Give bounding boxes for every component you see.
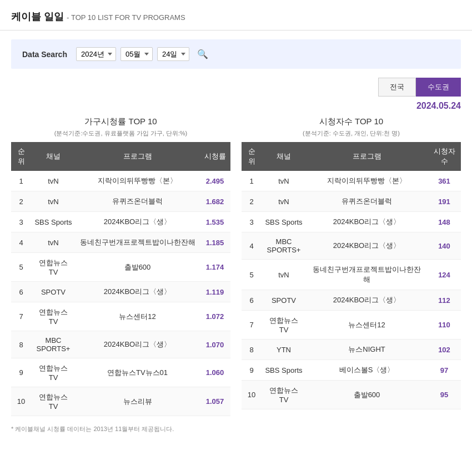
channel-cell: MBC SPORTS+ <box>31 331 76 358</box>
household-table: 순위 채널 프로그램 시청률 1 tvN 지락이의뒤뚜빵빵〈본〉 2.495 2… <box>11 142 230 416</box>
channel-cell: SPOTV <box>31 282 76 302</box>
channel-cell: SBS Sports <box>262 360 306 381</box>
program-cell: 2024KBO리그〈생〉 <box>306 232 428 260</box>
program-cell: 출발600 <box>306 381 428 409</box>
program-cell: 유퀴즈온더블럭 <box>306 191 428 212</box>
rank-cell: 6 <box>11 282 31 302</box>
channel-cell: SPOTV <box>262 290 306 311</box>
viewers-col-program: 프로그램 <box>306 142 428 171</box>
value-cell: 95 <box>428 381 461 409</box>
channel-cell: YTN <box>262 340 306 360</box>
value-cell: 191 <box>428 191 461 212</box>
household-table-subtitle: (분석기준:수도권, 유료플랫폼 가입 가구, 단위:%) <box>11 129 230 138</box>
table-row: 8 MBC SPORTS+ 2024KBO리그〈생〉 1.070 <box>11 331 230 358</box>
rank-cell: 3 <box>11 212 31 232</box>
table-row: 4 MBC SPORTS+ 2024KBO리그〈생〉 140 <box>242 232 461 260</box>
program-cell: 뉴스센터12 <box>76 302 199 331</box>
rank-cell: 4 <box>11 232 31 253</box>
rank-cell: 5 <box>11 253 31 282</box>
channel-cell: 연합뉴스TV <box>31 358 76 387</box>
month-select[interactable]: 05월 <box>120 47 153 61</box>
rank-cell: 7 <box>242 311 262 340</box>
value-cell: 124 <box>428 260 461 290</box>
program-cell: 뉴스NIGHT <box>306 340 428 360</box>
program-cell: 동네친구번개프로젝트밥이나한잔해 <box>76 232 199 253</box>
program-cell: 동네친구번개프로젝트밥이나한잔해 <box>306 260 428 290</box>
year-select[interactable]: 2024년 <box>76 47 116 61</box>
search-bar: Data Search 2024년 05월 24일 🔍 <box>11 39 461 69</box>
rank-cell: 6 <box>242 290 262 311</box>
program-cell: 출발600 <box>76 253 199 282</box>
rank-cell: 9 <box>242 360 262 381</box>
program-cell: 2024KBO리그〈생〉 <box>306 212 428 232</box>
value-cell: 1.682 <box>199 191 230 212</box>
channel-cell: tvN <box>31 171 76 191</box>
rank-cell: 5 <box>242 260 262 290</box>
table-row: 10 연합뉴스TV 출발600 95 <box>242 381 461 409</box>
search-input[interactable] <box>216 48 450 60</box>
channel-cell: tvN <box>31 191 76 212</box>
page-title: 케이블 일일 - TOP 10 LIST FOR TV PROGRAMS <box>11 10 461 23</box>
household-table-section: 가구시청률 TOP 10 (분석기준:수도권, 유료플랫폼 가입 가구, 단위:… <box>6 117 236 416</box>
table-row: 2 tvN 유퀴즈온더블럭 191 <box>242 191 461 212</box>
rank-cell: 3 <box>242 212 262 232</box>
program-cell: 베이스볼S〈생〉 <box>306 360 428 381</box>
table-row: 7 연합뉴스TV 뉴스센터12 1.072 <box>11 302 230 331</box>
viewers-table-section: 시청자수 TOP 10 (분석기준: 수도권, 개인, 단위:천 명) 순위 채… <box>236 117 466 416</box>
table-row: 5 연합뉴스TV 출발600 1.174 <box>11 253 230 282</box>
value-cell: 148 <box>428 212 461 232</box>
footer-note: * 케이블채널 시청률 데이터는 2013년 11월부터 제공됩니다. <box>0 416 472 439</box>
day-select[interactable]: 24일 <box>157 47 189 61</box>
rank-cell: 1 <box>11 171 31 191</box>
channel-cell: 연합뉴스TV <box>31 253 76 282</box>
search-button[interactable]: 🔍 <box>194 48 212 60</box>
viewers-table: 순위 채널 프로그램 시청자수 1 tvN 지락이의뒤뚜빵빵〈본〉 361 2 … <box>242 142 461 409</box>
channel-cell: 연합뉴스TV <box>31 302 76 331</box>
title-main: 케이블 일일 <box>11 11 64 22</box>
table-row: 9 SBS Sports 베이스볼S〈생〉 97 <box>242 360 461 381</box>
rank-cell: 10 <box>242 381 262 409</box>
channel-cell: SBS Sports <box>31 212 76 232</box>
viewers-col-channel: 채널 <box>262 142 306 171</box>
program-cell: 2024KBO리그〈생〉 <box>76 331 199 358</box>
value-cell: 1.185 <box>199 232 230 253</box>
viewers-table-subtitle: (분석기준: 수도권, 개인, 단위:천 명) <box>242 129 461 138</box>
value-cell: 112 <box>428 290 461 311</box>
program-cell: 뉴스리뷰 <box>76 387 199 416</box>
program-cell: 지락이의뒤뚜빵빵〈본〉 <box>306 171 428 191</box>
household-table-title: 가구시청률 TOP 10 <box>11 117 230 127</box>
program-cell: 2024KBO리그〈생〉 <box>306 290 428 311</box>
table-row: 4 tvN 동네친구번개프로젝트밥이나한잔해 1.185 <box>11 232 230 253</box>
value-cell: 1.057 <box>199 387 230 416</box>
page-header: 케이블 일일 - TOP 10 LIST FOR TV PROGRAMS <box>0 0 472 31</box>
channel-cell: MBC SPORTS+ <box>262 232 306 260</box>
region-all-button[interactable]: 전국 <box>378 78 416 97</box>
channel-cell: tvN <box>262 191 306 212</box>
rank-cell: 9 <box>11 358 31 387</box>
program-cell: 연합뉴스TV뉴스01 <box>76 358 199 387</box>
program-cell: 지락이의뒤뚜빵빵〈본〉 <box>76 171 199 191</box>
rank-cell: 2 <box>11 191 31 212</box>
viewers-table-header-row: 순위 채널 프로그램 시청자수 <box>242 142 461 171</box>
table-row: 5 tvN 동네친구번개프로젝트밥이나한잔해 124 <box>242 260 461 290</box>
rank-cell: 7 <box>11 302 31 331</box>
value-cell: 361 <box>428 171 461 191</box>
viewers-col-rank: 순위 <box>242 142 262 171</box>
table-row: 6 SPOTV 2024KBO리그〈생〉 1.119 <box>11 282 230 302</box>
household-col-channel: 채널 <box>31 142 76 171</box>
household-col-rank: 순위 <box>11 142 31 171</box>
household-col-program: 프로그램 <box>76 142 199 171</box>
program-cell: 뉴스센터12 <box>306 311 428 340</box>
table-row: 1 tvN 지락이의뒤뚜빵빵〈본〉 2.495 <box>11 171 230 191</box>
rank-cell: 8 <box>242 340 262 360</box>
rank-cell: 2 <box>242 191 262 212</box>
region-controls: 전국 수도권 <box>0 78 472 97</box>
table-row: 8 YTN 뉴스NIGHT 102 <box>242 340 461 360</box>
channel-cell: 연합뉴스TV <box>262 381 306 409</box>
region-metro-button[interactable]: 수도권 <box>416 78 461 97</box>
table-row: 2 tvN 유퀴즈온더블럭 1.682 <box>11 191 230 212</box>
channel-cell: 연합뉴스TV <box>31 387 76 416</box>
table-row: 10 연합뉴스TV 뉴스리뷰 1.057 <box>11 387 230 416</box>
value-cell: 2.495 <box>199 171 230 191</box>
table-row: 3 SBS Sports 2024KBO리그〈생〉 148 <box>242 212 461 232</box>
